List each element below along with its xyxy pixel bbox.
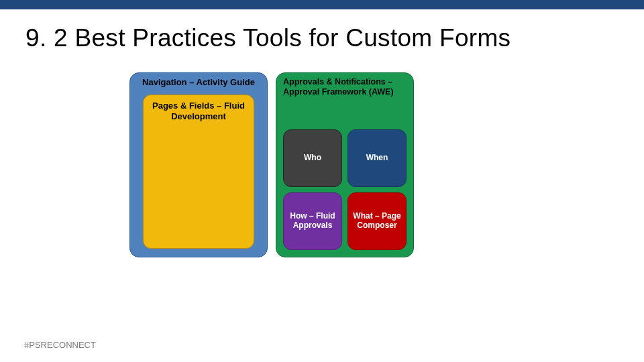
top-accent-bar bbox=[0, 0, 644, 9]
approvals-header: Approvals & Notifications – Approval Fra… bbox=[283, 77, 407, 97]
approvals-framework-box: Approvals & Notifications – Approval Fra… bbox=[276, 72, 414, 257]
cell-what: What – Page Composer bbox=[347, 192, 407, 250]
navigation-header: Navigation – Activity Guide bbox=[136, 77, 262, 87]
slide-title: 9. 2 Best Practices Tools for Custom For… bbox=[0, 9, 644, 52]
cell-who: Who bbox=[283, 129, 342, 187]
navigation-activity-guide-box: Navigation – Activity Guide Pages & Fiel… bbox=[129, 72, 268, 257]
approvals-grid: Who When How – Fluid Approvals What – Pa… bbox=[283, 129, 407, 250]
cell-when: When bbox=[347, 129, 407, 187]
footer-hashtag: #PSRECONNECT bbox=[24, 340, 96, 350]
pages-fields-header: Pages & Fields – Fluid Development bbox=[152, 101, 246, 123]
slide-content: Navigation – Activity Guide Pages & Fiel… bbox=[0, 52, 644, 327]
pages-fields-box: Pages & Fields – Fluid Development bbox=[143, 95, 254, 249]
cell-how: How – Fluid Approvals bbox=[283, 192, 342, 250]
